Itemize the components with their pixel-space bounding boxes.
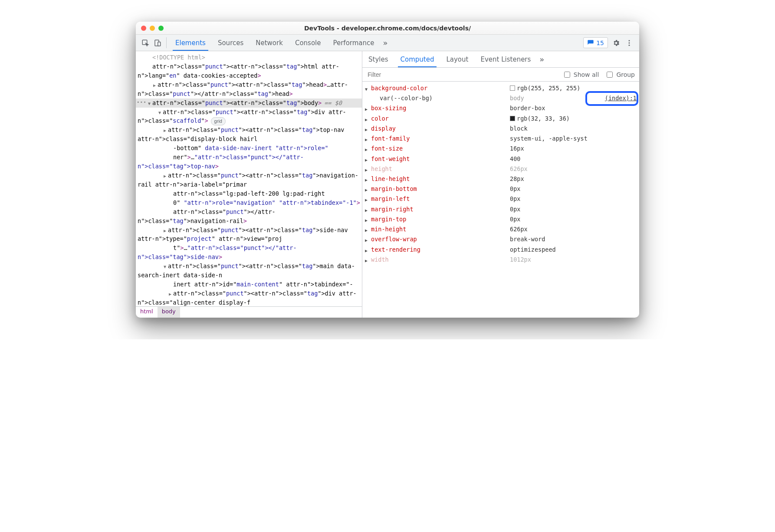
dom-line[interactable]: attr-n">class="punct"><attr-n">class="ta…	[136, 62, 362, 80]
disclosure-icon[interactable]: ▶	[365, 154, 371, 164]
disclosure-icon[interactable]: ▶	[169, 291, 173, 298]
svg-point-3	[629, 40, 630, 41]
disclosure-icon[interactable]: ▶	[365, 234, 371, 244]
computed-row[interactable]: ▶colorrgb(32, 33, 36)	[365, 114, 637, 124]
disclosure-icon[interactable]: ▶	[365, 194, 371, 204]
computed-prop-name: display	[371, 124, 510, 134]
computed-origin: body	[510, 93, 605, 103]
disclosure-icon[interactable]: ▶	[365, 204, 371, 214]
tab-console[interactable]: Console	[289, 35, 327, 51]
disclosure-icon[interactable]: ▼	[148, 100, 152, 107]
computed-row[interactable]: ▶min-height626px	[365, 224, 637, 234]
tab-event-listeners[interactable]: Event Listeners	[474, 51, 537, 67]
dom-line[interactable]: attr-n">class="punct"></attr-n">class="t…	[136, 207, 362, 226]
tab-sources[interactable]: Sources	[212, 35, 250, 51]
tab-elements[interactable]: Elements	[169, 35, 212, 51]
kebab-menu-icon[interactable]	[623, 35, 636, 51]
computed-prop-name: color	[371, 114, 510, 124]
disclosure-icon[interactable]: ▶	[365, 114, 371, 123]
issues-badge[interactable]: 15	[583, 37, 608, 48]
close-icon[interactable]	[141, 26, 146, 31]
traffic-lights	[136, 26, 164, 31]
disclosure-icon[interactable]: ▶	[365, 245, 371, 254]
dom-line[interactable]: 0" "attr-n">role="navigation" "attr-n">t…	[136, 198, 362, 207]
computed-list[interactable]: ▼background-colorrgb(255, 255, 255)var(-…	[362, 82, 639, 318]
computed-prop-name: font-family	[371, 134, 510, 144]
disclosure-icon[interactable]: ▶	[365, 134, 371, 143]
computed-source-row[interactable]: var(--color-bg)body(index):1	[365, 93, 637, 103]
disclosure-icon[interactable]: ▶	[153, 82, 158, 89]
inspect-icon[interactable]	[139, 35, 151, 51]
dom-tree[interactable]: <!DOCTYPE html>attr-n">class="punct"><at…	[136, 51, 362, 306]
settings-icon[interactable]	[610, 35, 623, 51]
dom-line[interactable]: -bottom" data-side-nav-inert "attr-n">ro…	[136, 144, 362, 153]
computed-prop-value: 626px	[510, 164, 637, 174]
disclosure-icon[interactable]: ▶	[365, 214, 371, 224]
tab-performance[interactable]: Performance	[327, 35, 380, 51]
disclosure-icon[interactable]: ▼	[365, 83, 371, 93]
dom-line[interactable]: ▶attr-n">class="punct"><attr-n">class="t…	[136, 171, 362, 189]
dom-line[interactable]: ▶attr-n">class="punct"><attr-n">class="t…	[136, 226, 362, 244]
dom-line[interactable]: ner">…"attr-n">class="punct"></"attr-n">…	[136, 153, 362, 171]
disclosure-icon[interactable]: ▶	[365, 124, 371, 133]
disclosure-icon[interactable]: ▶	[365, 174, 371, 184]
computed-row[interactable]: ▶overflow-wrapbreak-word	[365, 234, 637, 244]
tab-styles[interactable]: Styles	[362, 51, 394, 67]
show-all-checkbox[interactable]: Show all	[562, 70, 599, 79]
computed-row[interactable]: ▶font-size16px	[365, 144, 637, 154]
tabs-overflow-icon[interactable]: »	[381, 35, 391, 51]
computed-row[interactable]: ▶width1012px	[365, 255, 637, 265]
show-all-box[interactable]	[564, 72, 570, 78]
computed-row[interactable]: ▶box-sizingborder-box	[365, 103, 637, 113]
dom-line[interactable]: t">…"attr-n">class="punct"></"attr-n">cl…	[136, 243, 362, 262]
computed-prop-name: height	[371, 164, 510, 174]
disclosure-icon[interactable]: ▶	[365, 224, 371, 234]
crumb-html[interactable]: html	[136, 307, 158, 318]
dom-line[interactable]: ▼attr-n">class="punct"><attr-n">class="t…	[136, 262, 362, 280]
grid-badge[interactable]: grid	[211, 117, 226, 125]
dom-selected-body[interactable]: •••▼attr-n">class="punct"><attr-n">class…	[136, 99, 362, 108]
computed-row[interactable]: ▶font-weight400	[365, 154, 637, 164]
group-checkbox[interactable]: Group	[605, 70, 635, 79]
tab-layout[interactable]: Layout	[440, 51, 474, 67]
computed-row[interactable]: ▼background-colorrgb(255, 255, 255)	[365, 83, 637, 93]
disclosure-icon[interactable]: ▶	[164, 173, 168, 180]
dom-line[interactable]: <!DOCTYPE html>	[136, 53, 362, 62]
crumb-body[interactable]: body	[158, 307, 180, 318]
dom-line[interactable]: ▶attr-n">class="punct"><attr-n">class="t…	[136, 289, 362, 306]
minimize-icon[interactable]	[150, 26, 155, 31]
computed-row[interactable]: ▶text-renderingoptimizespeed	[365, 245, 637, 255]
side-tabs-overflow-icon[interactable]: »	[537, 51, 547, 67]
dom-line[interactable]: ▶attr-n">class="punct"><attr-n">class="t…	[136, 80, 362, 99]
tab-network[interactable]: Network	[250, 35, 289, 51]
dom-line[interactable]: attr-n">class="lg:pad-left-200 lg:pad-ri…	[136, 189, 362, 198]
disclosure-icon[interactable]: ▶	[365, 103, 371, 113]
disclosure-icon[interactable]: ▶	[164, 227, 168, 234]
dom-line[interactable]: ▶attr-n">class="punct"><attr-n">class="t…	[136, 125, 362, 144]
disclosure-icon[interactable]: ▶	[365, 144, 371, 153]
computed-row[interactable]: ▶height626px	[365, 164, 637, 174]
maximize-icon[interactable]	[158, 26, 164, 31]
computed-row[interactable]: ▶margin-top0px	[365, 214, 637, 224]
group-box[interactable]	[607, 72, 613, 78]
disclosure-icon[interactable]: ▼	[158, 109, 163, 116]
computed-row[interactable]: ▶font-familysystem-ui, -apple-syst	[365, 134, 637, 144]
device-toggle-icon[interactable]	[151, 35, 164, 51]
disclosure-icon[interactable]: ▶	[164, 127, 168, 134]
computed-row[interactable]: ▶line-height28px	[365, 174, 637, 184]
computed-prop-value: 28px	[510, 174, 637, 184]
disclosure-icon[interactable]: ▶	[365, 164, 371, 174]
computed-row[interactable]: ▶margin-bottom0px	[365, 184, 637, 194]
disclosure-icon[interactable]: ▼	[164, 263, 168, 270]
source-link[interactable]: (index):1	[605, 93, 637, 103]
dom-line[interactable]: inert attr-n">id="main-content" attr-n">…	[136, 280, 362, 289]
computed-row[interactable]: ▶margin-right0px	[365, 204, 637, 214]
disclosure-icon[interactable]: ▶	[365, 255, 371, 264]
computed-row[interactable]: ▶displayblock	[365, 124, 637, 134]
disclosure-icon[interactable]: ▶	[365, 184, 371, 194]
tab-computed[interactable]: Computed	[394, 51, 440, 67]
computed-row[interactable]: ▶margin-left0px	[365, 194, 637, 204]
dom-line[interactable]: ▼attr-n">class="punct"><attr-n">class="t…	[136, 108, 362, 126]
computed-prop-value: 0px	[510, 194, 637, 204]
filter-input[interactable]	[367, 71, 556, 79]
